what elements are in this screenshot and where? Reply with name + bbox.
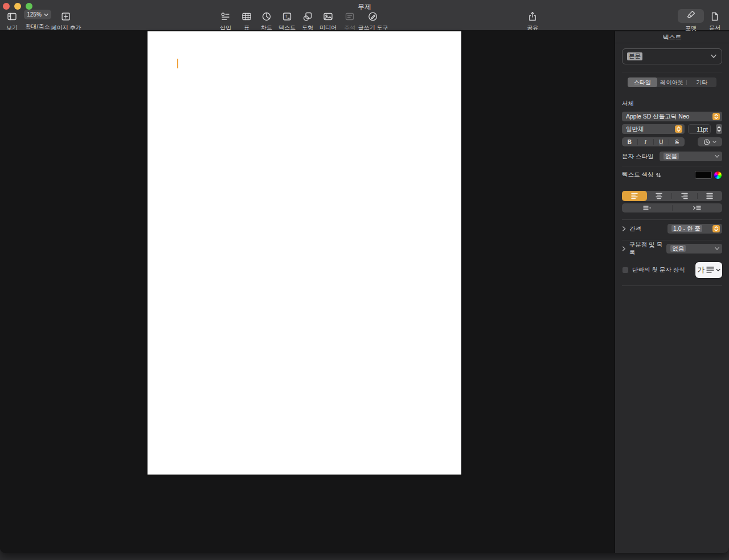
increase-indent-button[interactable] [673,203,723,212]
disclosure-chevron-icon[interactable] [622,226,626,232]
underline-button[interactable]: U [654,137,669,146]
drop-cap-style-button[interactable]: 가 [695,262,722,278]
font-size-stepper[interactable] [716,124,722,134]
chart-icon [261,10,272,23]
zoom-value-button[interactable]: 125% [24,10,51,19]
divider [622,285,722,286]
spacing-row: 간격 1.0 - 한 줄 [622,224,722,234]
inspector-title: 텍스트 [615,31,729,43]
chevron-down-icon [712,141,716,144]
font-face-buttons-row: B I U S [622,137,722,146]
tab-layout[interactable]: 레이아웃 [657,77,687,87]
divider [622,219,722,220]
disclosure-chevron-icon[interactable] [622,246,626,252]
drop-cap-lines-icon [706,265,714,275]
zoom-control[interactable]: 125% 확대/축소 [24,8,51,31]
font-section-label: 서체 [622,100,722,108]
indent-row [622,203,722,212]
media-button[interactable]: 미디어 [320,10,337,32]
text-cursor [177,59,178,68]
align-right-button[interactable] [672,191,697,201]
format-icon [685,9,697,23]
text-options-icon [703,138,711,146]
add-page-label: 페이지 추가 [51,24,81,32]
align-justify-button[interactable] [698,191,723,201]
alignment-segmented [622,191,722,201]
table-label: 표 [244,24,249,32]
font-size-value: 11pt [697,126,708,133]
drop-cap-row: 단락의 첫 문자 장식 가 [622,261,722,278]
document-icon [709,10,720,23]
chevron-down-icon [716,268,720,272]
shape-button[interactable]: 도형 [302,10,313,32]
text-button[interactable]: T 텍스트 [279,10,296,32]
add-page-button[interactable]: 페이지 추가 [51,10,81,32]
chevron-down-icon [714,154,720,158]
view-icon [6,10,18,23]
font-family-dropdown[interactable]: Apple SD 산돌고딕 Neo [622,112,722,121]
zoom-label: 확대/축소 [26,23,50,31]
font-face-segmented: B I U S [622,137,685,146]
italic-button[interactable]: I [638,137,653,146]
drop-cap-checkbox[interactable] [622,267,629,273]
comment-button: 주석 [344,10,355,32]
document-page[interactable] [148,31,461,475]
bullets-lists-value: 없음 [670,245,686,252]
comment-label: 주석 [344,24,355,32]
writing-tools-icon [367,10,379,23]
bullets-lists-dropdown[interactable]: 없음 [666,244,722,254]
paragraph-style-dropdown[interactable]: 본문 [622,48,722,64]
paragraph-style-value: 본문 [627,52,642,60]
document-label: 문서 [709,24,720,32]
media-icon [322,10,334,23]
chevron-down-icon [714,247,720,251]
divider [622,166,722,166]
document-button[interactable]: 문서 [709,10,720,32]
insert-button[interactable]: 삽입 [220,10,231,32]
tab-more[interactable]: 기타 [687,77,716,87]
spacing-label: 간격 [629,225,641,233]
advanced-text-options-button[interactable] [698,137,722,146]
decrease-indent-button[interactable] [622,203,672,212]
font-size-field[interactable]: 11pt [688,124,711,134]
align-left-button[interactable] [622,191,647,201]
character-style-value: 없음 [664,153,679,160]
font-family-value: Apple SD 산돌고딕 Neo [626,113,712,121]
chart-button[interactable]: 차트 [261,10,272,32]
shape-icon [302,10,313,23]
font-style-stepper-icon[interactable] [675,125,682,133]
text-color-well[interactable] [695,171,712,179]
text-label: 텍스트 [279,24,296,32]
format-inspector: 텍스트 본문 스타일 레이아웃 기타 서체 Apple SD 산돌고딕 Neo … [615,31,729,553]
writing-tools-button[interactable]: 글쓰기 도구 [358,10,388,32]
svg-text:T: T [285,14,288,18]
text-box-icon: T [281,10,293,23]
drop-cap-label: 단락의 첫 문자 장식 [632,266,685,274]
strikethrough-button[interactable]: S [669,137,685,146]
view-button[interactable]: 보기 [6,10,18,32]
tab-style[interactable]: 스타일 [628,77,657,87]
view-label: 보기 [6,24,18,32]
spacing-value: 1.0 - 한 줄 [671,225,702,232]
character-style-dropdown[interactable]: 없음 [660,152,722,161]
table-button[interactable]: 표 [241,10,252,32]
align-center-button[interactable] [647,191,672,201]
share-button[interactable]: 공유 [527,10,538,32]
inspector-tabs: 스타일 레이아웃 기타 [628,77,716,87]
bold-button[interactable]: B [622,137,637,146]
format-button[interactable]: 포맷 [678,9,704,32]
share-label: 공유 [527,24,538,32]
document-canvas[interactable] [0,31,615,553]
toolbar: 무제 보기 125% 확대/축소 페이지 추가 삽입 [0,0,729,31]
comment-icon [344,10,355,23]
spacing-stepper-icon[interactable] [712,225,720,232]
zoom-value: 125% [27,11,42,18]
font-style-dropdown[interactable]: 일반체 [622,124,685,134]
chevron-down-icon [710,54,717,59]
font-style-value: 일반체 [626,125,675,133]
pages-window: 무제 보기 125% 확대/축소 페이지 추가 삽입 [0,0,729,553]
character-style-row: 문자 스타일 없음 [622,152,722,161]
font-family-stepper-icon[interactable] [712,113,720,120]
color-picker-icon[interactable] [714,171,722,179]
spacing-dropdown[interactable]: 1.0 - 한 줄 [667,224,722,234]
